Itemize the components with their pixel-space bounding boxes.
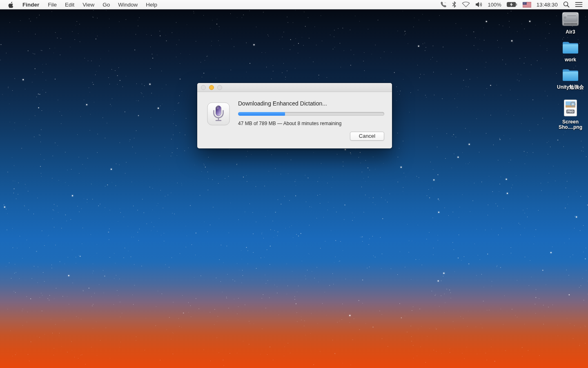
desktop-icon-unity[interactable]: Unity勉強会 [554,68,587,90]
download-dialog: Downloading Enhanced Dictation... 47 MB … [197,83,392,148]
png-file-icon: PNG [563,99,578,118]
dialog-title: Downloading Enhanced Dictation... [238,100,327,107]
desktop-icon-label: Screen Sho....png [556,119,585,130]
wifi-icon[interactable] [462,2,470,7]
dialog-title-bar[interactable] [197,83,392,92]
menu-bar: Finder File Edit View Go Window Help 100… [0,0,588,9]
bluetooth-icon[interactable] [452,1,457,8]
hard-drive-icon [562,12,579,28]
dialog-body: Downloading Enhanced Dictation... 47 MB … [197,92,392,148]
spotlight-icon[interactable] [563,1,570,8]
starfield [0,0,588,368]
menu-edit[interactable]: Edit [65,2,74,8]
minimize-button[interactable] [209,85,214,90]
volume-icon[interactable] [475,2,483,7]
dictation-microphone-icon [207,102,230,127]
menu-view[interactable]: View [82,2,94,8]
folder-icon [562,40,579,56]
desktop-icon-column: Air3 work Unity勉強会 [553,10,588,130]
download-status-text: 47 MB of 789 MB — About 8 minutes remain… [238,121,341,126]
apple-menu-icon[interactable] [8,1,14,8]
battery-percent-label: 100% [488,2,501,8]
desktop-icon-label: Unity勉強会 [557,85,584,90]
input-source-us-flag-icon[interactable] [523,2,531,7]
menu-bar-clock[interactable]: 13:48:30 [537,2,558,8]
close-button [201,85,206,90]
desktop-icon-label: work [565,57,576,63]
menu-go[interactable]: Go [102,2,110,8]
battery-icon[interactable] [507,2,517,7]
progress-fill [238,112,285,116]
folder-icon [562,68,579,83]
menu-help[interactable]: Help [146,2,157,8]
desktop-icon-work[interactable]: work [554,40,587,63]
desktop-icon-air3[interactable]: Air3 [554,12,587,35]
cancel-button[interactable]: Cancel [350,132,384,141]
desktop-icon-label: Air3 [566,29,575,35]
phone-icon[interactable] [440,1,447,8]
desktop-icon-screenshot[interactable]: PNG Screen Sho....png [554,99,587,130]
progress-bar [238,112,384,116]
zoom-button [217,85,222,90]
notification-center-icon[interactable] [575,2,583,7]
menu-app-name[interactable]: Finder [22,2,39,8]
menu-window[interactable]: Window [118,2,138,8]
menu-file[interactable]: File [48,2,57,8]
png-badge-label: PNG [567,110,574,113]
